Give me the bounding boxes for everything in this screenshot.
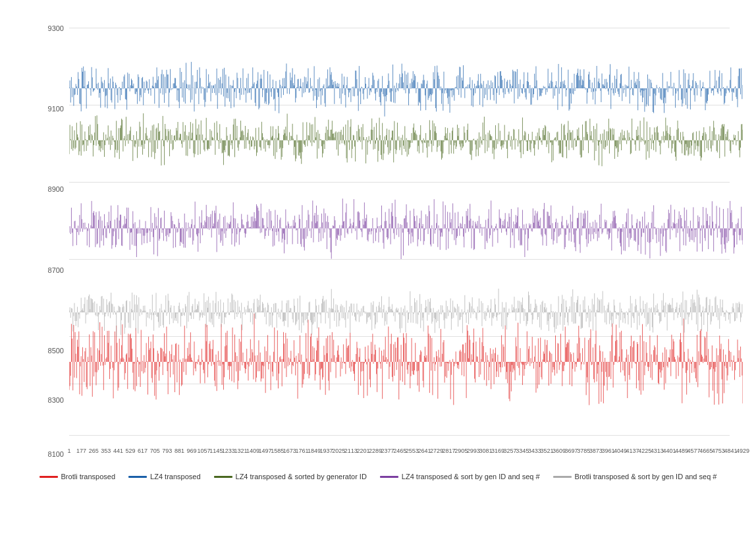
x-axis-label: 4665 — [699, 448, 713, 454]
x-axis-label: 3169 — [491, 448, 504, 454]
x-axis-label: 4049 — [614, 448, 627, 454]
legend-color-swatch — [380, 476, 398, 478]
legend-label: Brotli transposed & sort by gen ID and s… — [575, 473, 717, 480]
x-axis-label: 617 — [138, 448, 148, 454]
y-axis-label: 9100 — [48, 105, 64, 113]
x-axis-label: 3433 — [528, 448, 541, 454]
x-axis-label: 2905 — [454, 448, 468, 454]
legend-label: Brotli transposed — [61, 473, 116, 480]
y-axis-label: 8500 — [48, 347, 64, 355]
x-axis-label: 2289 — [369, 448, 382, 454]
x-axis-label: 4929 — [736, 448, 749, 454]
x-axis-label: 4401 — [662, 448, 676, 454]
x-axis-label: 881 — [175, 448, 184, 454]
legend-color-swatch — [214, 476, 232, 478]
x-axis-label: 4489 — [675, 448, 688, 454]
x-axis-label: 2729 — [430, 448, 443, 454]
x-axis-label: 265 — [89, 448, 99, 454]
y-axis-label: 8700 — [48, 266, 64, 274]
legend-item-3: LZ4 transposed & sort by gen ID and seq … — [380, 473, 540, 480]
x-axis-label: 969 — [186, 448, 196, 454]
legend: Brotli transposedLZ4 transposedLZ4 trans… — [0, 470, 756, 483]
x-axis-label: 4841 — [724, 448, 737, 454]
y-axis-label: 8300 — [48, 396, 64, 404]
x-axis-label: 2113 — [344, 448, 358, 454]
legend-item-4: Brotli transposed & sort by gen ID and s… — [553, 473, 717, 480]
y-axis-label: 8900 — [48, 185, 64, 193]
series-path-0 — [69, 314, 743, 405]
x-axis-label: 3697 — [565, 448, 578, 454]
x-axis-label: 1233 — [222, 448, 235, 454]
series-path-2 — [69, 113, 743, 166]
x-axis-label: 2553 — [406, 448, 419, 454]
x-axis-label: 2641 — [418, 448, 431, 454]
x-axis-label: 3609 — [553, 448, 566, 454]
x-axis-label: 3081 — [479, 448, 492, 454]
y-axis-label: 9300 — [48, 24, 64, 32]
legend-item-0: Brotli transposed — [40, 473, 116, 480]
x-axis-label: 529 — [125, 448, 135, 454]
series-path-1 — [69, 62, 743, 117]
x-axis-label: 1937 — [320, 448, 333, 454]
x-axis-label: 3257 — [504, 448, 517, 454]
legend-item-1: LZ4 transposed — [128, 473, 200, 480]
x-axis-label: 4313 — [651, 448, 664, 454]
x-axis-label: 1057 — [198, 448, 211, 454]
chart-title — [0, 0, 756, 16]
x-axis-label: 4225 — [638, 448, 651, 454]
x-axis-label: 3873 — [589, 448, 603, 454]
x-axis-label: 4137 — [626, 448, 639, 454]
x-axis-label: 177 — [76, 448, 86, 454]
x-axis-label: 705 — [150, 448, 160, 454]
chart-container: 9300910089008700850083008100 11772653534… — [0, 0, 756, 553]
chart-area: 9300910089008700850083008100 11772653534… — [36, 19, 743, 467]
x-axis-label: 3961 — [601, 448, 614, 454]
x-axis-label: 2025 — [332, 448, 345, 454]
x-axis-label: 1 — [67, 448, 70, 454]
x-axis-label: 2377 — [381, 448, 394, 454]
x-axis-label: 1145 — [209, 448, 223, 454]
x-axis: 1177265353441529617705793881969105711451… — [69, 448, 743, 467]
legend-label: LZ4 transposed & sorted by generator ID — [236, 473, 367, 480]
x-axis-label: 1761 — [295, 448, 308, 454]
x-axis-label: 3345 — [516, 448, 529, 454]
series-path-3 — [69, 198, 743, 259]
x-axis-label: 2993 — [467, 448, 480, 454]
x-axis-label: 793 — [162, 448, 172, 454]
legend-color-swatch — [40, 476, 58, 478]
y-axis-label: 8100 — [48, 450, 64, 458]
legend-label: LZ4 transposed — [150, 473, 200, 480]
chart-svg — [69, 19, 743, 448]
x-axis-label: 2817 — [443, 448, 456, 454]
x-axis-label: 1497 — [259, 448, 272, 454]
x-axis-label: 4753 — [712, 448, 725, 454]
x-axis-label: 1321 — [234, 448, 247, 454]
plot-area — [69, 19, 743, 448]
series-path-4 — [69, 289, 743, 336]
x-axis-label: 1849 — [308, 448, 321, 454]
y-axis: 9300910089008700850083008100 — [36, 19, 69, 467]
x-axis-label: 2201 — [356, 448, 369, 454]
x-axis-label: 4577 — [688, 448, 701, 454]
x-axis-label: 441 — [113, 448, 123, 454]
x-axis-label: 3521 — [540, 448, 553, 454]
x-axis-label: 1409 — [246, 448, 259, 454]
x-axis-label: 2465 — [393, 448, 406, 454]
x-axis-label: 1585 — [271, 448, 284, 454]
legend-color-swatch — [553, 476, 572, 478]
legend-color-swatch — [128, 476, 147, 478]
legend-label: LZ4 transposed & sort by gen ID and seq … — [402, 473, 540, 480]
x-axis-label: 353 — [101, 448, 111, 454]
x-axis-label: 3785 — [577, 448, 590, 454]
x-axis-label: 1673 — [283, 448, 296, 454]
legend-item-2: LZ4 transposed & sorted by generator ID — [214, 473, 367, 480]
